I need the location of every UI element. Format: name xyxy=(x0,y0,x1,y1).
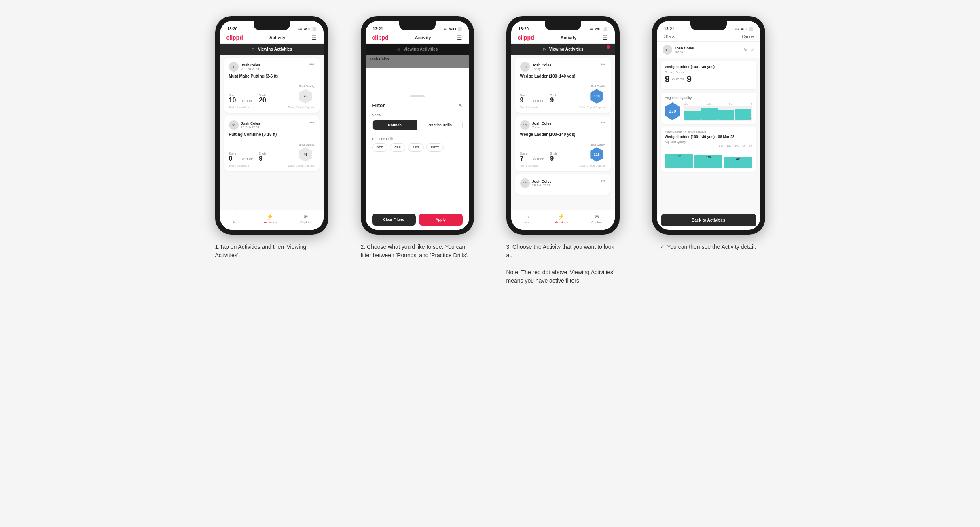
pill-arg-2[interactable]: ARG xyxy=(408,143,424,152)
test-info-row-1-2: Test Information Data: Clippd Capture xyxy=(229,164,315,167)
score-label-1-1: Score xyxy=(229,94,236,97)
shots-value-1-1: 20 xyxy=(259,97,266,104)
more-icon-1-2[interactable]: ••• xyxy=(309,120,315,126)
activity-title-3-1: Wedge Ladder (100–140 yds) xyxy=(520,74,606,78)
toggle-drills-btn-2[interactable]: Practice Drills xyxy=(417,120,462,130)
sq-badge-3-2: 118 xyxy=(590,147,603,162)
shots-label-3-1: Shots xyxy=(550,94,557,97)
home-label-3: Home xyxy=(523,220,531,224)
more-icon-3-1[interactable]: ••• xyxy=(601,62,606,68)
shots-group-1-2: Shots 9 xyxy=(259,152,266,162)
nav-capture-3[interactable]: ⊕ Capture xyxy=(591,213,603,224)
toggle-group-2[interactable]: Rounds Practice Drills xyxy=(372,120,463,130)
activities-icon-3: ⚡ xyxy=(558,213,565,220)
user-details-1-1: Josh Coles 28 Feb 2023 xyxy=(241,63,260,71)
screen3-column: 13:20 ▪▪▪ WiFi ⬜ clippd Activity ☰ ⚙ Vie… xyxy=(498,16,628,285)
activity-card-1-2[interactable]: JC Josh Coles 28 Feb 2023 ••• Putting Co… xyxy=(224,116,320,171)
phone-screen-3: 13:20 ▪▪▪ WiFi ⬜ clippd Activity ☰ ⚙ Vie… xyxy=(511,21,615,230)
activity-card-1-1[interactable]: JC Josh Coles 28 Feb 2023 ••• Must Make … xyxy=(224,58,320,113)
sq-group-3-1: Shot Quality 130 xyxy=(590,82,605,104)
screen-content-3: JC Josh Coles Today ••• Wedge Ladder (10… xyxy=(511,55,615,210)
out-of-1-1: OUT OF xyxy=(242,99,253,104)
score-value-3-1: 9 xyxy=(520,97,527,104)
apply-btn-2[interactable]: Apply xyxy=(419,214,463,226)
score-label-4: Score xyxy=(665,70,673,74)
bottom-nav-1: ⌂ Home ⚡ Activities ⊕ Capture xyxy=(220,210,324,230)
hamburger-icon-3[interactable]: ☰ xyxy=(603,34,608,41)
battery-icon-2: ⬜ xyxy=(458,27,462,31)
nav-home-1[interactable]: ⌂ Home xyxy=(232,213,240,224)
hamburger-icon-2[interactable]: ☰ xyxy=(457,34,462,41)
activities-label-1: Activities xyxy=(264,220,277,224)
sq-badge-4: 130 xyxy=(665,102,680,120)
phone-screen-2: 13:21 ▪▪▪ WiFi ⬜ clippd Activity ☰ xyxy=(366,21,469,230)
filter-footer-2: Clear Filters Apply xyxy=(366,210,469,230)
viewing-activities-bar-1[interactable]: ⚙ Viewing Activities xyxy=(220,44,324,55)
score-card-header-4: Wedge Ladder (100–140 yds) Score Shots 9… xyxy=(665,65,752,86)
stats-row-3-2: Score 7 OUT OF Shots 9 Shot Quality xyxy=(520,140,606,162)
data-source-3-2: Data: Clippd Capture xyxy=(579,164,605,167)
avatar-3-2: JC xyxy=(520,120,530,130)
card-header-1-2: JC Josh Coles 28 Feb 2023 ••• xyxy=(229,120,315,130)
signal-icon-4: ▪▪▪ xyxy=(735,27,739,31)
sq-badge-1-2: 45 xyxy=(299,147,312,162)
phone-frame-2: 13:21 ▪▪▪ WiFi ⬜ clippd Activity ☰ xyxy=(361,16,474,235)
user-name-1-2: Josh Coles xyxy=(241,121,260,125)
nav-activities-3[interactable]: ⚡ Activities xyxy=(555,213,568,224)
score-group-3-1: Score 9 xyxy=(520,94,527,104)
back-to-activities-4[interactable]: Back to Activities xyxy=(661,214,756,226)
cancel-btn-4[interactable]: Cancel xyxy=(742,34,754,39)
shots-group-1-1: Shots 20 xyxy=(259,94,266,104)
score-label-3-2: Score xyxy=(520,152,527,155)
pill-ott-2[interactable]: OTT xyxy=(372,143,387,152)
score-group-3-2: Score 7 xyxy=(520,152,527,162)
detail-header-4: < Back Cancel xyxy=(657,32,760,42)
nav-home-3[interactable]: ⌂ Home xyxy=(523,213,531,224)
nav-capture-1[interactable]: ⊕ Capture xyxy=(300,213,311,224)
hamburger-icon-1[interactable]: ☰ xyxy=(311,34,317,41)
filter-modal-2[interactable]: Filter ✕ Show Rounds Practice Drills Pra… xyxy=(366,92,469,230)
status-time-2: 13:21 xyxy=(373,27,383,31)
user-date-4: Today xyxy=(675,50,694,54)
activity-card-3-3[interactable]: JC Josh Coles 28 Feb 2023 ••• xyxy=(515,174,611,195)
viewing-activities-bar-3[interactable]: ⚙ Viewing Activities xyxy=(511,44,615,55)
nav-activities-1[interactable]: ⚡ Activities xyxy=(264,213,277,224)
test-info-row-1-1: Test Information Data: Clippd Capture xyxy=(229,106,315,109)
more-icon-3-3[interactable]: ••• xyxy=(601,178,606,184)
score-label-1-2: Score xyxy=(229,152,236,155)
score-value-1-1: 10 xyxy=(229,97,236,104)
activity-card-3-2[interactable]: JC Josh Coles Today ••• Wedge Ladder (10… xyxy=(515,116,611,171)
more-icon-3-2[interactable]: ••• xyxy=(601,120,606,126)
clear-filters-btn-2[interactable]: Clear Filters xyxy=(372,214,416,226)
session-sq-4: Avg Shot Quality xyxy=(665,140,752,143)
score-group-1-2: Score 0 xyxy=(229,152,236,162)
card-header-3-3: JC Josh Coles 28 Feb 2023 ••• xyxy=(520,178,606,188)
practice-drills-label-2: Practice Drills xyxy=(372,137,463,141)
toggle-rounds-btn-2[interactable]: Rounds xyxy=(373,120,417,130)
filter-handle-2 xyxy=(410,95,425,97)
battery-icon-3: ⬜ xyxy=(603,27,607,31)
bar-chart-4: 140 120 100 80 60 132 129 124 xyxy=(665,144,752,169)
back-btn-4[interactable]: < Back xyxy=(663,34,675,39)
session-title-4: Wedge Ladder (100–140 yds) - 06 Mar 23 xyxy=(665,135,752,139)
edit-icon-4[interactable]: ✎ xyxy=(743,47,747,53)
user-details-1-2: Josh Coles 28 Feb 2023 xyxy=(241,121,260,129)
capture-icon-1: ⊕ xyxy=(303,213,308,220)
sq-chart-4: 130 100 50 0 xyxy=(684,102,752,121)
session-card-4: Player Activity · Practice Session Wedge… xyxy=(661,127,756,172)
expand-icon-4[interactable]: ⤢ xyxy=(751,47,755,53)
user-name-4: Josh Coles xyxy=(675,46,694,50)
score-value-3-2: 7 xyxy=(520,155,527,162)
pill-app-2[interactable]: APP xyxy=(390,143,405,152)
chart-bar-4-1 xyxy=(684,111,701,120)
sq-label-3-1: Shot Quality xyxy=(590,85,605,88)
capture-label-1: Capture xyxy=(300,220,311,224)
test-info-3-2: Test Information xyxy=(520,164,540,167)
user-info-1-2: JC Josh Coles 28 Feb 2023 xyxy=(229,120,260,130)
user-name-3-2: Josh Coles xyxy=(532,121,552,125)
pill-putt-2[interactable]: PUTT xyxy=(426,143,444,152)
close-btn-2[interactable]: ✕ xyxy=(458,102,463,108)
more-icon-1-1[interactable]: ••• xyxy=(309,62,315,68)
shots-value-3-1: 9 xyxy=(550,97,557,104)
activity-card-3-1[interactable]: JC Josh Coles Today ••• Wedge Ladder (10… xyxy=(515,58,611,113)
